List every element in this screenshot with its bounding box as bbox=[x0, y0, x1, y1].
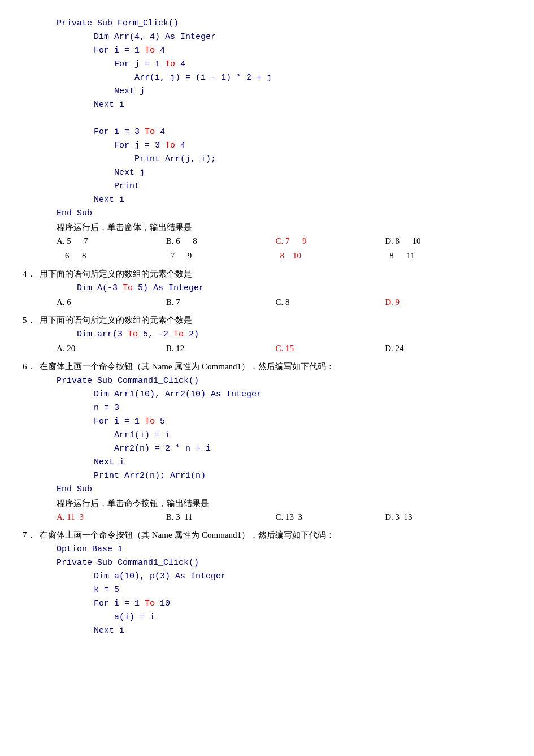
q6-code-5: Arr1(i) = i bbox=[23, 429, 511, 442]
q3-answers-row2: 6 8 7 9 8 10 8 11 bbox=[23, 249, 511, 262]
keyword-to: To bbox=[145, 127, 155, 137]
q5-block: 5． 用下面的语句所定义的数组的元素个数是 bbox=[23, 313, 511, 327]
code-line: For i = 1 To 4 bbox=[23, 44, 511, 58]
keyword-to: To bbox=[123, 283, 133, 293]
q7-code-4: k = 5 bbox=[23, 584, 511, 597]
q4-option-a: A. 6 bbox=[57, 295, 164, 309]
code-line: For i = 3 To 4 bbox=[23, 126, 511, 139]
q6-code-7: Next i bbox=[23, 456, 511, 469]
code-line: Next j bbox=[23, 85, 511, 98]
q4-answers: A. 6 B. 7 C. 8 D. 9 bbox=[23, 295, 511, 309]
q4-number: 4． bbox=[23, 267, 40, 280]
q3-answers-row1: A. 5 7 B. 6 8 C. 7 9 D. 8 10 bbox=[23, 234, 511, 248]
code-line: Next j bbox=[23, 166, 511, 180]
q3-b2: 7 9 bbox=[171, 249, 278, 262]
q3-result-label: 程序运行后，单击窗体，输出结果是 bbox=[23, 221, 511, 234]
q6-result-label: 程序运行后，单击命令按钮，输出结果是 bbox=[23, 496, 511, 510]
code-block-1: Private Sub Form_Click() Dim Arr(4, 4) A… bbox=[23, 17, 511, 221]
keyword-to: To bbox=[145, 46, 155, 55]
keyword-to: To bbox=[165, 59, 175, 69]
code-line: Private Sub Form_Click() bbox=[23, 17, 511, 31]
q6-answers: A. 11 3 B. 3 11 C. 13 3 D. 3 13 bbox=[23, 510, 511, 524]
q6-code-9: End Sub bbox=[23, 483, 511, 496]
q6-code-4: For i = 1 To 5 bbox=[23, 415, 511, 429]
q6-correct: A. 11 3 bbox=[57, 512, 84, 521]
q3-c-val: C. 7 9 bbox=[276, 236, 307, 245]
q5-number: 5． bbox=[23, 313, 40, 327]
main-content: Private Sub Form_Click() Dim Arr(4, 4) A… bbox=[23, 17, 511, 638]
q6-number: 6． bbox=[23, 360, 40, 373]
q4-option-b: B. 7 bbox=[166, 295, 273, 309]
q5-correct: C. 15 bbox=[276, 344, 294, 353]
code-line: For j = 1 To 4 bbox=[23, 58, 511, 71]
q4-option-c: C. 8 bbox=[276, 295, 383, 309]
q3-option-a: A. 5 7 bbox=[57, 234, 164, 248]
q6-label: 在窗体上画一个命令按钮（其 Name 属性为 Command1），然后编写如下代… bbox=[40, 360, 335, 373]
q6-code-8: Print Arr2(n); Arr1(n) bbox=[23, 469, 511, 483]
q3-a2: 6 8 bbox=[65, 249, 168, 262]
q3-option-c: C. 7 9 bbox=[276, 234, 383, 248]
q6-code-2: Dim Arr1(10), Arr2(10) As Integer bbox=[23, 388, 511, 401]
q7-label: 在窗体上画一个命令按钮（其 Name 属性为 Command1），然后编写如下代… bbox=[40, 528, 335, 542]
q7-code-3: Dim a(10), p(3) As Integer bbox=[23, 570, 511, 584]
code-line: For j = 3 To 4 bbox=[23, 139, 511, 153]
q7-number: 7． bbox=[23, 528, 40, 542]
keyword-to: To bbox=[165, 141, 175, 150]
q7-block: 7． 在窗体上画一个命令按钮（其 Name 属性为 Command1），然后编写… bbox=[23, 528, 511, 542]
code-line: Print bbox=[23, 180, 511, 193]
code-line: Dim Arr(4, 4) As Integer bbox=[23, 31, 511, 44]
keyword-to: To bbox=[145, 417, 155, 426]
keyword-to: To bbox=[145, 599, 155, 608]
code-line: End Sub bbox=[23, 207, 511, 221]
q5-option-d: D. 24 bbox=[385, 342, 492, 355]
q4-code: Dim A(-3 To 5) As Integer bbox=[23, 282, 511, 295]
q7-code-7: Next i bbox=[23, 624, 511, 638]
q7-code-6: a(i) = i bbox=[23, 611, 511, 624]
q4-correct: D. 9 bbox=[385, 297, 400, 306]
code-line: Next i bbox=[23, 193, 511, 207]
q3-c2: 8 10 bbox=[280, 249, 388, 262]
q6-code-6: Arr2(n) = 2 * n + i bbox=[23, 442, 511, 456]
q6-option-b: B. 3 11 bbox=[166, 510, 273, 524]
q6-option-a: A. 11 3 bbox=[57, 510, 164, 524]
q5-answers: A. 20 B. 12 C. 15 D. 24 bbox=[23, 342, 511, 355]
code-line: Arr(i, j) = (i - 1) * 2 + j bbox=[23, 71, 511, 85]
code-line: Print Arr(j, i); bbox=[23, 153, 511, 166]
q7-code-5: For i = 1 To 10 bbox=[23, 597, 511, 611]
q6-block: 6． 在窗体上画一个命令按钮（其 Name 属性为 Command1），然后编写… bbox=[23, 360, 511, 373]
q5-option-b: B. 12 bbox=[166, 342, 273, 355]
q3-c2-val: 8 10 bbox=[280, 251, 302, 260]
q7-code-2: Private Sub Command1_Click() bbox=[23, 556, 511, 570]
q5-code: Dim arr(3 To 5, -2 To 2) bbox=[23, 328, 511, 342]
q5-option-c: C. 15 bbox=[276, 342, 383, 355]
code-line: Next i bbox=[23, 98, 511, 112]
q7-code-1: Option Base 1 bbox=[23, 543, 511, 556]
q6-option-d: D. 3 13 bbox=[385, 510, 492, 524]
q3-option-b: B. 6 8 bbox=[166, 234, 273, 248]
q4-label: 用下面的语句所定义的数组的元素个数是 bbox=[40, 267, 192, 280]
keyword-to: To bbox=[128, 330, 138, 339]
q4-option-d: D. 9 bbox=[385, 295, 492, 309]
q6-code-1: Private Sub Command1_Click() bbox=[23, 374, 511, 388]
q6-code-3: n = 3 bbox=[23, 401, 511, 415]
q5-option-a: A. 20 bbox=[57, 342, 164, 355]
q6-option-c: C. 13 3 bbox=[276, 510, 383, 524]
q4-block: 4． 用下面的语句所定义的数组的元素个数是 bbox=[23, 267, 511, 280]
keyword-to2: To bbox=[173, 330, 184, 339]
code-line bbox=[23, 112, 511, 126]
q3-option-d: D. 8 10 bbox=[385, 234, 492, 248]
q3-d2: 8 11 bbox=[389, 249, 497, 262]
q5-label: 用下面的语句所定义的数组的元素个数是 bbox=[40, 313, 192, 327]
